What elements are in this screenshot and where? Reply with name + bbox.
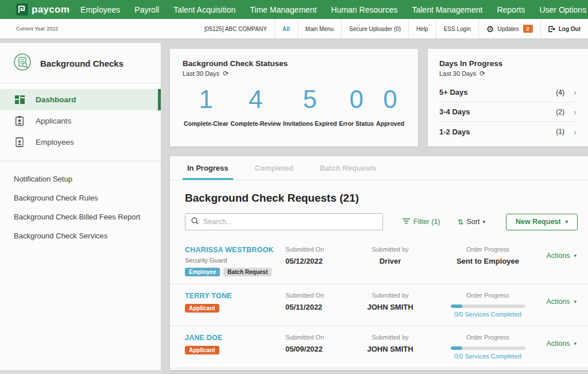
progress-bar-fill xyxy=(451,346,462,350)
progress-bar xyxy=(451,304,525,308)
nav-talent-acquisition[interactable]: Talent Acquisition xyxy=(173,5,235,14)
submitted-by-label: Submitted by xyxy=(351,334,429,341)
secure-uploader-link[interactable]: Secure Uploader (0) xyxy=(341,19,408,38)
stat-value: 0 xyxy=(339,85,374,114)
sidebar-link-notification-setup[interactable]: Notification Setup xyxy=(0,169,161,188)
submitted-on-cell: Submitted On 05/11/2022 xyxy=(285,292,346,311)
days-row-3-4[interactable]: 3-4 Days (2) › xyxy=(439,102,577,122)
sidebar-nav: Dashboard Applicants Employ xyxy=(0,83,161,161)
main-menu-link[interactable]: Main Menu xyxy=(297,19,341,38)
paycom-logo-text: paycom xyxy=(32,4,69,16)
days-row-count: (1) xyxy=(556,128,564,136)
sidebar-link-background-check-services[interactable]: Background Check Services xyxy=(0,226,161,245)
updates-label: Updates xyxy=(497,26,519,32)
chevron-right-icon: › xyxy=(574,88,577,97)
new-request-button[interactable]: New Request ▾ xyxy=(506,214,578,230)
progress-bar xyxy=(451,346,525,350)
sidebar-link-billed-fees-report[interactable]: Background Check Billed Fees Report xyxy=(0,207,161,226)
sort-label: Sort xyxy=(466,218,479,226)
tab-in-progress[interactable]: In Progress xyxy=(185,156,231,180)
stat-value: 1 xyxy=(184,85,229,114)
actions-button[interactable]: Actions ▾ xyxy=(546,340,577,348)
submitted-by-cell: Submitted by Driver xyxy=(351,246,429,265)
nav-user-options[interactable]: User Options xyxy=(539,5,586,14)
chevron-down-icon: ▾ xyxy=(574,341,577,346)
services-completed-link[interactable]: 0/0 Services Completed xyxy=(435,353,541,360)
nav-time-management[interactable]: Time Management xyxy=(250,5,316,14)
secondary-toolbar: Current Year 2022 [05125] ABC COMPANY Al… xyxy=(0,19,588,39)
logout-icon xyxy=(548,26,555,32)
background-checks-icon xyxy=(13,52,32,74)
request-name-link[interactable]: TERRY TONE xyxy=(185,292,285,300)
nav-reports[interactable]: Reports xyxy=(497,5,525,14)
logout-label: Log Out xyxy=(559,26,581,32)
requests-controls: Filter (1) ⇅ Sort ▾ New Request ▾ xyxy=(185,213,578,230)
top-navigation: paycom· Employees Payroll Talent Acquisi… xyxy=(0,0,588,19)
refresh-icon[interactable]: ⟳ xyxy=(223,70,229,77)
refresh-icon[interactable]: ⟳ xyxy=(479,70,485,77)
days-in-progress-card: Days In Progress Last 30 Days ⟳ 5+ Days … xyxy=(428,49,588,146)
all-toggle[interactable]: All xyxy=(274,19,297,38)
request-name-cell: CHARISSA WESTBROOK Security Guard Employ… xyxy=(185,246,285,276)
sidebar-title: Background Checks xyxy=(40,59,123,68)
page-title: Background Check Requests (21) xyxy=(185,192,588,205)
actions-button[interactable]: Actions ▾ xyxy=(546,252,577,260)
paycom-logo-icon xyxy=(16,3,28,16)
paycom-logo[interactable]: paycom· xyxy=(16,3,71,16)
sidebar-item-dashboard[interactable]: Dashboard xyxy=(0,89,161,110)
order-progress-status: Sent to Employee xyxy=(435,257,541,265)
actions-label: Actions xyxy=(546,298,570,306)
table-row: CHARISSA WESTBROOK Security Guard Employ… xyxy=(170,238,588,284)
submitted-on-label: Submitted On xyxy=(285,246,346,253)
ess-login-link[interactable]: ESS Login xyxy=(436,19,478,38)
sidebar-link-background-check-rules[interactable]: Background Check Rules xyxy=(0,188,161,207)
stat-approved: 0 Approved xyxy=(376,85,404,127)
nav-employees[interactable]: Employees xyxy=(80,5,120,14)
filter-label: Filter (1) xyxy=(413,218,440,226)
nav-talent-management[interactable]: Talent Management xyxy=(412,5,482,14)
submitted-on-label: Submitted On xyxy=(285,292,346,299)
stat-label: Approved xyxy=(376,120,404,127)
sidebar-item-applicants[interactable]: Applicants xyxy=(0,110,161,132)
filter-button[interactable]: Filter (1) xyxy=(403,218,440,226)
request-name-cell: TERRY TONE Applicant xyxy=(185,292,285,313)
sidebar-item-label: Applicants xyxy=(36,117,71,125)
order-progress-label: Order Progress xyxy=(435,246,541,253)
submitted-by-value: JOHN SMITH xyxy=(351,345,429,353)
updates-button[interactable]: ⚙ Updates 2 xyxy=(478,19,540,38)
search-input[interactable] xyxy=(203,218,377,226)
logout-button[interactable]: Log Out xyxy=(540,19,588,38)
updates-count-badge: 2 xyxy=(523,25,533,33)
sidebar-item-employees[interactable]: Employees xyxy=(0,132,161,153)
days-row-5plus[interactable]: 5+ Days (4) › xyxy=(439,83,577,102)
nav-payroll[interactable]: Payroll xyxy=(134,5,159,14)
services-completed-link[interactable]: 0/0 Services Completed xyxy=(435,311,541,318)
submitted-on-value: 05/12/2022 xyxy=(285,257,346,265)
submitted-by-value: Driver xyxy=(351,257,429,265)
sort-button[interactable]: ⇅ Sort ▾ xyxy=(458,218,485,226)
company-selector[interactable]: [05125] ABC COMPANY xyxy=(197,19,274,38)
days-row-1-2[interactable]: 1-2 Days (1) › xyxy=(439,122,577,141)
new-request-label: New Request xyxy=(516,218,561,226)
request-name-link[interactable]: CHARISSA WESTBROOK xyxy=(185,246,285,254)
submitted-by-value: JOHN SMITH xyxy=(351,303,429,311)
help-link[interactable]: Help xyxy=(408,19,436,38)
days-row-label: 5+ Days xyxy=(439,88,556,97)
actions-button[interactable]: Actions ▾ xyxy=(546,298,577,306)
tab-completed[interactable]: Completed xyxy=(253,156,296,180)
stat-complete-review: 4 Complete-Review xyxy=(230,85,281,127)
employee-badge: Employee xyxy=(185,268,220,276)
order-progress-cell: Order Progress Sent to Employee xyxy=(435,246,541,265)
applicants-icon xyxy=(14,116,25,126)
applicant-badge: Applicant xyxy=(185,304,219,313)
days-row-label: 3-4 Days xyxy=(439,107,556,116)
nav-human-resources[interactable]: Human Resources xyxy=(331,5,398,14)
tab-batch-requests[interactable]: Batch Requests xyxy=(318,156,378,180)
days-row-count: (4) xyxy=(556,88,564,97)
toolbar-actions: [05125] ABC COMPANY All Main Menu Secure… xyxy=(197,19,588,38)
submitted-on-cell: Submitted On 05/09/2022 xyxy=(285,334,346,353)
request-name-link[interactable]: JANE DOE xyxy=(185,334,285,342)
chevron-down-icon: ▾ xyxy=(574,253,577,259)
search-box[interactable] xyxy=(185,213,383,230)
submitted-by-label: Submitted by xyxy=(351,292,429,299)
